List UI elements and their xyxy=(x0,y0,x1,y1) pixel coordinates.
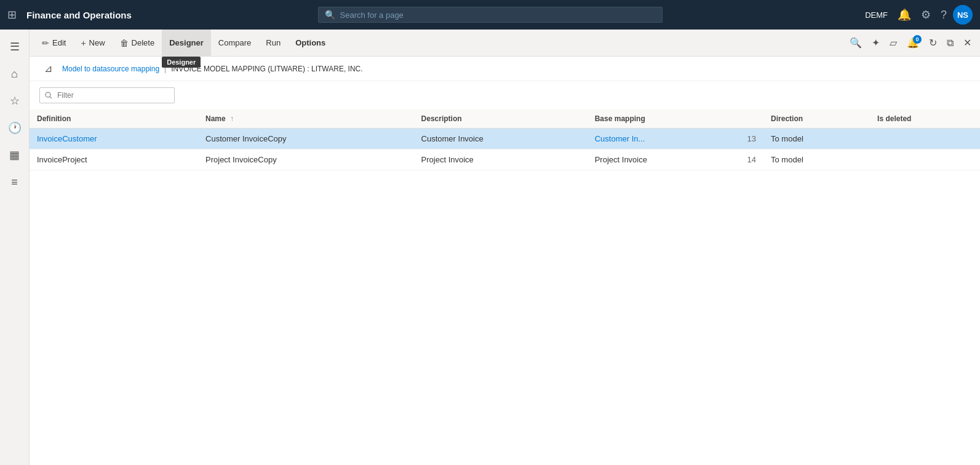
col-base-mapping: Base mapping xyxy=(588,109,739,129)
options-button[interactable]: Options xyxy=(288,30,333,56)
main-layout: ☰ ⌂ ☆ 🕐 ▦ ≡ ✏ Edit + New 🗑 Delete Design… xyxy=(0,30,980,465)
personalize-icon[interactable]: ✦ xyxy=(868,34,883,51)
cell-is-deleted xyxy=(870,149,980,170)
cell-direction: To model xyxy=(763,129,870,149)
top-nav-right-icons: DEMF 🔔 ⚙ ? NS xyxy=(861,5,973,25)
breadcrumb-separator: | xyxy=(164,65,166,73)
hamburger-menu-icon[interactable]: ☰ xyxy=(2,34,27,59)
app-title: Finance and Operations xyxy=(26,10,132,20)
modules-icon[interactable]: ≡ xyxy=(2,170,27,194)
bell-icon[interactable]: 🔔 xyxy=(894,6,915,24)
top-nav-bar: ⊞ Finance and Operations 🔍 DEMF 🔔 ⚙ ? NS xyxy=(0,0,980,30)
notification-icon[interactable]: 🔔 0 xyxy=(903,34,923,51)
apps-grid-icon[interactable]: ⊞ xyxy=(7,8,17,22)
cell-definition[interactable]: InvoiceCustomer xyxy=(30,129,198,149)
cell-base-mapping[interactable]: Customer In... xyxy=(588,129,739,149)
delete-button[interactable]: 🗑 Delete xyxy=(113,30,162,56)
col-direction: Direction xyxy=(763,109,870,129)
col-description: Description xyxy=(414,109,588,129)
cell-description: Project Invoice xyxy=(414,149,588,170)
search-bar-icon: 🔍 xyxy=(325,10,335,20)
run-button[interactable]: Run xyxy=(258,30,288,56)
cell-name: Customer InvoiceCopy xyxy=(198,129,414,149)
compare-button[interactable]: Compare xyxy=(211,30,258,56)
env-label: DEMF xyxy=(861,10,891,20)
global-search-bar[interactable]: 🔍 xyxy=(318,7,663,23)
col-name[interactable]: Name ↑ xyxy=(198,109,414,129)
inline-search-icon[interactable]: 🔍 xyxy=(843,37,868,49)
designer-button[interactable]: Designer Designer xyxy=(162,30,211,56)
main-content: ✏ Edit + New 🗑 Delete Designer Designer … xyxy=(30,30,980,465)
new-icon: + xyxy=(81,38,86,48)
breadcrumb-current: INVOICE MODEL MAPPING (LITWARE) : LITWAR… xyxy=(171,65,362,73)
edit-icon: ✏ xyxy=(42,38,49,48)
cell-description: Customer Invoice xyxy=(414,129,588,149)
mapping-table: Definition Name ↑ Description Base mappi… xyxy=(30,109,980,170)
cell-base-mapping: Project Invoice xyxy=(588,149,739,170)
cell-is-deleted xyxy=(870,129,980,149)
edit-button[interactable]: ✏ Edit xyxy=(34,30,73,56)
sort-icon: ↑ xyxy=(230,114,234,123)
close-icon[interactable]: ✕ xyxy=(960,34,975,51)
col-direction-num xyxy=(739,109,763,129)
action-toolbar: ✏ Edit + New 🗑 Delete Designer Designer … xyxy=(30,30,980,57)
cell-direction-num: 13 xyxy=(739,129,763,149)
content-area: ⊿ Model to datasource mapping | INVOICE … xyxy=(30,57,980,465)
refresh-icon[interactable]: ↻ xyxy=(925,34,941,51)
expand-panel-icon[interactable]: ▱ xyxy=(886,34,901,51)
breadcrumb-link[interactable]: Model to datasource mapping xyxy=(62,65,159,73)
table-header-row: Definition Name ↑ Description Base mappi… xyxy=(30,109,980,129)
cell-direction: To model xyxy=(763,149,870,170)
filter-bar xyxy=(30,81,980,109)
col-is-deleted: Is deleted xyxy=(870,109,980,129)
left-sidebar: ☰ ⌂ ☆ 🕐 ▦ ≡ xyxy=(0,30,30,465)
filter-icon[interactable]: ⊿ xyxy=(39,63,57,74)
table-row[interactable]: InvoiceCustomerCustomer InvoiceCopyCusto… xyxy=(30,129,980,149)
new-button[interactable]: + New xyxy=(73,30,112,56)
cell-name: Project InvoiceCopy xyxy=(198,149,414,170)
favorites-icon[interactable]: ☆ xyxy=(2,89,27,113)
help-icon[interactable]: ? xyxy=(937,6,950,24)
user-avatar[interactable]: NS xyxy=(953,5,973,25)
home-icon[interactable]: ⌂ xyxy=(2,62,27,86)
filter-input[interactable] xyxy=(39,87,175,103)
cell-definition: InvoiceProject xyxy=(30,149,198,170)
search-input[interactable] xyxy=(340,10,656,20)
table-body: InvoiceCustomerCustomer InvoiceCopyCusto… xyxy=(30,129,980,170)
delete-icon: 🗑 xyxy=(120,38,129,48)
cell-direction-num: 14 xyxy=(739,149,763,170)
workspace-icon[interactable]: ▦ xyxy=(2,143,27,167)
settings-icon[interactable]: ⚙ xyxy=(917,6,934,24)
right-action-icons: ✦ ▱ 🔔 0 ↻ ⧉ ✕ xyxy=(868,34,975,51)
recent-icon[interactable]: 🕐 xyxy=(2,116,27,140)
notification-badge: 0 xyxy=(913,35,922,44)
table-row[interactable]: InvoiceProjectProject InvoiceCopyProject… xyxy=(30,149,980,170)
col-definition: Definition xyxy=(30,109,198,129)
breadcrumb: ⊿ Model to datasource mapping | INVOICE … xyxy=(30,57,980,81)
popout-icon[interactable]: ⧉ xyxy=(943,35,957,51)
